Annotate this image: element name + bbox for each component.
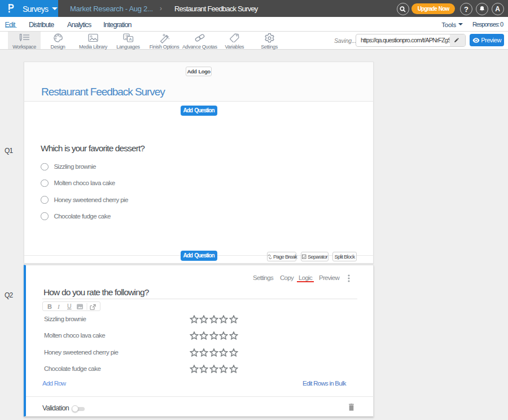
svg-text:I: I xyxy=(57,303,60,310)
svg-text:B: B xyxy=(47,303,52,310)
svg-text:A: A xyxy=(129,37,132,42)
svg-text:U: U xyxy=(67,303,72,309)
